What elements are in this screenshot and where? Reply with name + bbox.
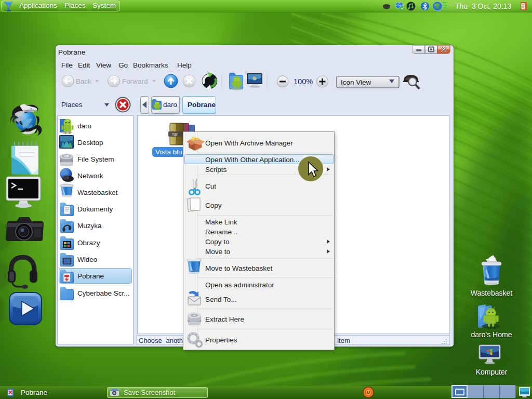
svg-text:Vista blu: Vista blu: [155, 148, 182, 156]
svg-text:тar: тar: [172, 131, 178, 137]
svg-text:Forward: Forward: [122, 77, 148, 85]
svg-text:Icon View: Icon View: [341, 78, 371, 86]
svg-text:100%: 100%: [294, 77, 313, 86]
svg-text:Back: Back: [76, 77, 91, 85]
